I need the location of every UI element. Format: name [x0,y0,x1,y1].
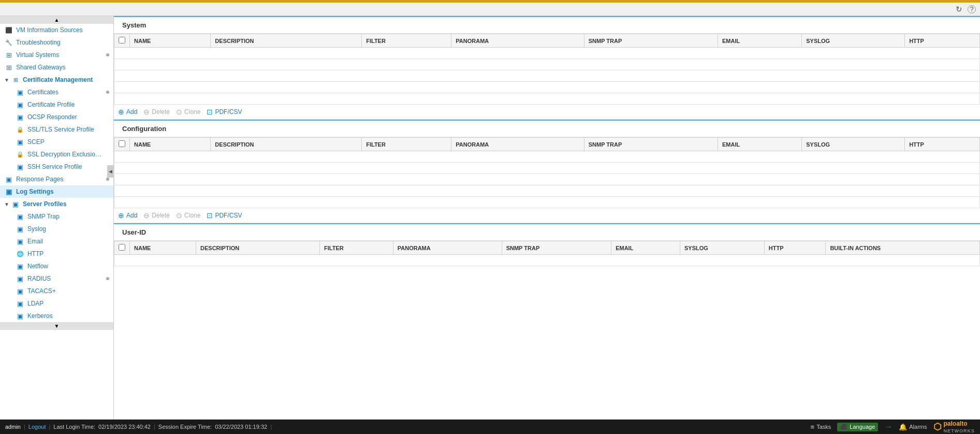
sidebar-item-ssl-decryption[interactable]: SSL Decryption Exclusio… [5,148,113,161]
system-clone-button[interactable]: ⊙ Clone [176,108,200,116]
system-toolbar: ⊕ Add ⊖ Delete ⊙ Clone ⊡ PDF/CSV [114,105,980,120]
refresh-icon[interactable]: ↻ [956,5,962,14]
config-col-panorama: PANORAMA [451,138,584,151]
system-pdfcsv-label: PDF/CSV [215,108,242,115]
help-icon[interactable]: ? [968,5,976,13]
alarms-label: Alarms [909,424,927,430]
language-button[interactable]: ⬛ Language [837,423,878,431]
arrow-icon: → [884,422,893,431]
userid-select-all-checkbox[interactable] [119,244,125,251]
sidebar-label-log-settings: Log Settings [16,188,109,195]
syslog-icon [16,225,25,233]
sidebar-item-troubleshooting[interactable]: 🔧 Troubleshooting [0,36,113,49]
sidebar-item-syslog[interactable]: Syslog [5,223,113,235]
sidebar-item-ssl-tls[interactable]: SSL/TLS Service Profile [5,123,113,136]
sidebar-toggle[interactable]: ◀ [107,165,113,178]
sidebar-item-cert-management[interactable]: ▼ ⊞ Certificate Management [0,74,113,86]
sidebar-label-ssh-service: SSH Service Profile [27,163,109,170]
sidebar-item-scep[interactable]: SCEP [5,136,113,148]
sidebar-item-tacacs[interactable]: TACACS+ [5,285,113,297]
language-label: Language [850,424,875,430]
system-empty-row-5 [114,93,980,105]
user-id-section-header: User-ID [114,223,980,241]
tasks-button[interactable]: ≡ Tasks [811,423,831,431]
system-empty-row-1 [114,48,980,59]
ldap-icon [16,300,25,307]
sidebar-item-shared-gateways[interactable]: Shared Gateways [0,61,113,74]
system-pdfcsv-button[interactable]: ⊡ PDF/CSV [207,108,242,116]
sidebar-label-netflow: Netflow [27,263,109,270]
last-login-label: Last Login Time: [53,424,95,430]
config-add-button[interactable]: ⊕ Add [118,211,137,220]
config-empty-row-4 [114,185,980,197]
sidebar-item-ldap[interactable]: LDAP [5,297,113,310]
sidebar-item-radius[interactable]: RADIUS [5,272,113,285]
sidebar-item-http[interactable]: HTTP [5,248,113,260]
email-icon [16,238,25,245]
sidebar-item-kerberos[interactable]: Kerberos [5,310,113,322]
config-empty-row-3 [114,174,980,185]
config-pdf-icon: ⊡ [207,211,213,220]
sidebar-scroll-up[interactable]: ▲ [0,16,113,24]
snmp-trap-icon [16,213,25,220]
radius-dot [106,277,109,280]
sidebar-label-cert-management: Certificate Management [23,76,109,83]
cert-management-children: Certificates Certificate Profile OCSP Re… [0,86,113,173]
sidebar-item-response-pages[interactable]: Response Pages [0,173,113,185]
config-clone-label: Clone [184,212,200,219]
sidebar-item-virtual-systems[interactable]: Virtual Systems [0,49,113,61]
userid-col-filter: FILTER [320,241,393,255]
config-pdfcsv-button[interactable]: ⊡ PDF/CSV [207,211,242,220]
config-delete-button[interactable]: ⊖ Delete [143,211,170,220]
system-pdf-icon: ⊡ [207,108,213,116]
sidebar-label-response-pages: Response Pages [16,176,104,183]
shared-icon [4,64,13,71]
config-add-icon: ⊕ [118,211,124,220]
sidebar-item-ocsp-responder[interactable]: OCSP Responder [5,111,113,123]
config-col-email: EMAIL [718,138,802,151]
system-delete-button[interactable]: ⊖ Delete [143,108,170,116]
system-table-check-header [114,34,130,48]
config-col-filter: FILTER [362,138,451,151]
alarms-button[interactable]: 🔔 Alarms [899,423,927,431]
paloalto-brand-icon: ⬡ [933,421,942,432]
sidebar-item-ssh-service[interactable]: SSH Service Profile [5,161,113,173]
sidebar-item-netflow[interactable]: Netflow [5,260,113,272]
sidebar-scroll-down[interactable]: ▼ [0,322,113,330]
alarms-bell-icon: 🔔 [899,423,907,431]
sidebar-item-email[interactable]: Email [5,235,113,248]
config-empty-row-2 [114,163,980,174]
configuration-section-header: Configuration [114,120,980,137]
sidebar-item-cert-profile[interactable]: Certificate Profile [5,98,113,111]
configuration-toolbar: ⊕ Add ⊖ Delete ⊙ Clone ⊡ PDF/CSV [114,208,980,223]
config-empty-row-1 [114,151,980,163]
status-left: admin | Logout | Last Login Time: 02/19/… [5,424,272,430]
configuration-table: NAME DESCRIPTION FILTER PANORAMA SNMP TR… [114,137,980,208]
paloalto-brand-sub: NETWORKS [944,428,975,433]
sidebar-item-certificates[interactable]: Certificates [5,86,113,98]
paloalto-logo: ⬡ paloalto NETWORKS [933,420,975,433]
system-add-button[interactable]: ⊕ Add [118,108,137,116]
config-delete-label: Delete [152,212,170,219]
sidebar-item-vm-info[interactable]: VM Information Sources [0,24,113,36]
sidebar-item-log-settings[interactable]: Log Settings [0,185,113,198]
ssl-tls-icon [16,126,25,133]
sidebar-item-server-profiles[interactable]: ▼ Server Profiles [0,198,113,210]
sidebar-label-server-profiles: Server Profiles [23,200,109,208]
server-profiles-icon [11,200,20,208]
config-clone-button[interactable]: ⊙ Clone [176,211,200,220]
system-select-all-checkbox[interactable] [119,37,125,44]
sidebar-label-ldap: LDAP [27,300,109,307]
system-col-filter: FILTER [362,34,451,48]
config-select-all-checkbox[interactable] [119,140,125,147]
userid-empty-row-1 [114,255,980,266]
sidebar-item-snmp-trap[interactable]: SNMP Trap [5,210,113,223]
config-col-http: HTTP [905,138,980,151]
sidebar-label-ocsp-responder: OCSP Responder [27,113,109,121]
system-col-panorama: PANORAMA [451,34,584,48]
virtual-icon [4,51,13,59]
logout-link[interactable]: Logout [28,424,46,430]
kerberos-icon [16,312,25,320]
tacacs-icon [16,287,25,295]
sidebar-label-ssl-decryption: SSL Decryption Exclusio… [27,151,109,158]
